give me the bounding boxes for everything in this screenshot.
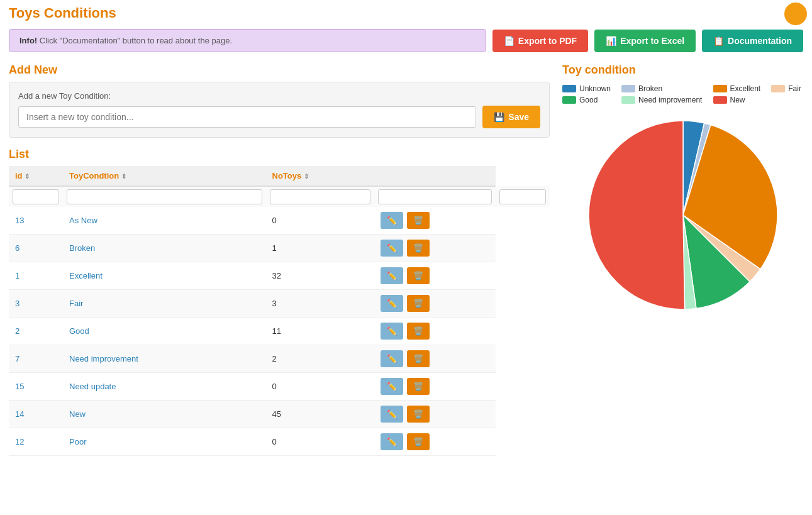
col-id[interactable]: id ⇕ <box>9 166 63 186</box>
delete-button[interactable]: 🗑️ <box>407 212 430 229</box>
filter-extra2[interactable] <box>499 189 546 204</box>
row-id[interactable]: 3 <box>15 299 19 308</box>
edit-icon: ✏️ <box>387 409 397 419</box>
pdf-icon: 📄 <box>504 36 514 46</box>
legend-color-swatch <box>713 96 727 104</box>
delete-button[interactable]: 🗑️ <box>407 433 430 450</box>
row-no-toys: 0 <box>266 428 374 456</box>
row-id[interactable]: 13 <box>15 216 24 225</box>
row-condition[interactable]: As New <box>69 216 97 225</box>
legend-item: Broken <box>621 84 704 93</box>
edit-button[interactable]: ✏️ <box>381 240 403 257</box>
delete-button[interactable]: 🗑️ <box>407 295 430 312</box>
delete-button[interactable]: 🗑️ <box>407 323 430 340</box>
legend-item: Fair <box>771 84 803 93</box>
legend-label: Unknown <box>579 84 611 93</box>
edit-button[interactable]: ✏️ <box>381 378 403 395</box>
delete-button[interactable]: 🗑️ <box>407 240 430 257</box>
edit-icon: ✏️ <box>387 243 397 253</box>
new-condition-input[interactable] <box>18 106 476 128</box>
legend-label: Broken <box>638 84 662 93</box>
delete-icon: 🗑️ <box>413 271 423 280</box>
filter-row <box>9 186 550 207</box>
row-id[interactable]: 12 <box>15 437 24 446</box>
edit-button[interactable]: ✏️ <box>381 406 403 423</box>
table-header-row: id ⇕ ToyCondtion ⇕ NoToys ⇕ <box>9 166 550 186</box>
legend-label: New <box>730 96 745 104</box>
row-condition[interactable]: Fair <box>69 299 83 308</box>
filter-id[interactable] <box>13 189 59 204</box>
row-condition[interactable]: Good <box>69 326 89 336</box>
row-id[interactable]: 6 <box>15 243 19 253</box>
legend-color-swatch <box>621 85 635 92</box>
info-message: Click "Documentation" button to read abo… <box>40 36 232 45</box>
delete-button[interactable]: 🗑️ <box>407 350 430 367</box>
legend-item: Good <box>562 96 613 104</box>
left-panel: Add New Add a new Toy Condition: 💾 Save … <box>9 57 550 456</box>
export-excel-button[interactable]: 📊 Export to Excel <box>594 30 696 52</box>
row-condition[interactable]: Poor <box>69 437 86 446</box>
user-avatar[interactable] <box>784 3 807 25</box>
list-title: List <box>9 148 550 161</box>
edit-button[interactable]: ✏️ <box>381 323 403 340</box>
edit-icon: ✏️ <box>387 326 397 336</box>
edit-button[interactable]: ✏️ <box>381 350 403 367</box>
edit-button[interactable]: ✏️ <box>381 433 403 450</box>
delete-button[interactable]: 🗑️ <box>407 378 430 395</box>
pie-chart-svg <box>582 114 784 316</box>
edit-icon: ✏️ <box>387 271 397 280</box>
top-bar: Info! Click "Documentation" button to re… <box>0 24 812 57</box>
export-pdf-button[interactable]: 📄 Export to PDF <box>492 30 588 52</box>
row-condition[interactable]: Broken <box>69 243 95 253</box>
table-row: 3 Fair 3 ✏️ 🗑️ <box>9 290 550 318</box>
sort-notoys-icon: ⇕ <box>304 173 309 180</box>
delete-icon: 🗑️ <box>413 354 423 363</box>
row-condition[interactable]: New <box>69 409 86 419</box>
delete-button[interactable]: 🗑️ <box>407 267 430 284</box>
filter-condition[interactable] <box>67 189 262 204</box>
col-no-toys[interactable]: NoToys ⇕ <box>266 166 374 186</box>
legend-label: Good <box>579 96 598 104</box>
delete-icon: 🗑️ <box>413 382 423 391</box>
delete-button[interactable]: 🗑️ <box>407 406 430 423</box>
pie-chart-container <box>562 114 803 316</box>
filter-extra[interactable] <box>378 189 492 204</box>
row-no-toys: 0 <box>266 207 374 235</box>
edit-icon: ✏️ <box>387 354 397 363</box>
filter-notoys[interactable] <box>270 189 370 204</box>
row-id[interactable]: 14 <box>15 409 24 419</box>
save-button[interactable]: 💾 Save <box>482 106 540 128</box>
row-id[interactable]: 1 <box>15 271 19 280</box>
table-row: 12 Poor 0 ✏️ 🗑️ <box>9 428 550 456</box>
legend-color-swatch <box>562 85 576 92</box>
row-id[interactable]: 15 <box>15 382 24 391</box>
row-no-toys: 11 <box>266 318 374 345</box>
documentation-button[interactable]: 📋 Documentation <box>702 30 803 52</box>
main-content: Add New Add a new Toy Condition: 💾 Save … <box>0 57 812 456</box>
delete-icon: 🗑️ <box>413 326 423 336</box>
table-row: 13 As New 0 ✏️ 🗑️ <box>9 207 550 235</box>
row-id[interactable]: 7 <box>15 354 19 363</box>
col-toy-condition[interactable]: ToyCondtion ⇕ <box>63 166 266 186</box>
row-condition[interactable]: Need improvement <box>69 354 138 363</box>
delete-icon: 🗑️ <box>413 243 423 253</box>
legend-label: Fair <box>788 84 801 93</box>
row-condition[interactable]: Excellent <box>69 271 103 280</box>
delete-icon: 🗑️ <box>413 437 423 446</box>
delete-icon: 🗑️ <box>413 299 423 308</box>
edit-icon: ✏️ <box>387 216 397 225</box>
edit-button[interactable]: ✏️ <box>381 212 403 229</box>
info-box: Info! Click "Documentation" button to re… <box>9 29 486 52</box>
edit-button[interactable]: ✏️ <box>381 295 403 312</box>
edit-icon: ✏️ <box>387 382 397 391</box>
add-new-title: Add New <box>9 64 550 77</box>
legend-item: New <box>713 96 763 104</box>
row-condition[interactable]: Need update <box>69 382 116 391</box>
row-no-toys: 3 <box>266 290 374 318</box>
add-new-label: Add a new Toy Condition: <box>18 91 540 101</box>
edit-button[interactable]: ✏️ <box>381 267 403 284</box>
legend-item: Need improvement <box>621 96 704 104</box>
conditions-table: id ⇕ ToyCondtion ⇕ NoToys ⇕ <box>9 166 550 456</box>
add-new-row: 💾 Save <box>18 106 540 128</box>
row-id[interactable]: 2 <box>15 326 19 336</box>
